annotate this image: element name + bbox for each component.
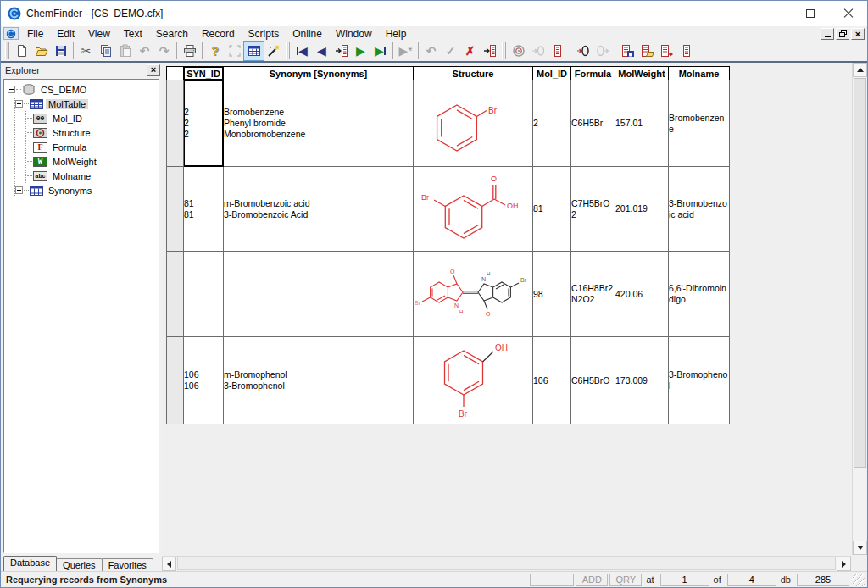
cell-mol-id[interactable]: 98 [533,252,571,337]
tree-item-formula[interactable]: F Formula [26,140,159,154]
scroll-right-button[interactable] [837,557,851,571]
horizontal-scrollbar-thumb[interactable] [177,557,836,570]
print-button[interactable] [180,42,199,60]
cell-structure[interactable]: Br [414,80,533,167]
tree-item-molweight[interactable]: W MolWeight [26,154,159,169]
link-structure-button[interactable] [528,42,548,60]
menu-scripts[interactable]: Scripts [242,26,287,41]
cell-molname[interactable]: Bromobenzene [669,80,730,167]
cell-formula[interactable]: C16H8Br2N2O2 [571,252,615,337]
cell-molname[interactable]: 6,6'-Dibromoindigo [669,252,730,337]
cell-structure[interactable]: O N H N H O Br Br [414,252,533,337]
toolbar-grip[interactable] [5,42,9,59]
cell-molweight[interactable]: 173.009 [615,337,669,424]
cell-structure[interactable]: OH Br [414,337,533,424]
cell-molname[interactable]: 3-Bromobenzoic acid [669,167,730,252]
record-selector[interactable] [167,252,184,337]
toolbar-grip[interactable] [286,42,290,59]
vertical-scrollbar-thumb[interactable] [854,78,866,468]
tree-item-molname[interactable]: abc Molname [26,169,159,183]
undo-button[interactable]: ↶ [135,42,154,60]
form-button[interactable] [548,42,567,60]
collapse-icon[interactable] [8,86,15,93]
table-view-button[interactable] [244,42,264,60]
cell-syn-id[interactable]: 81 81 [184,167,224,252]
col-header-syn-id[interactable]: SYN_ID [184,67,224,80]
cell-syn-id[interactable]: 106 106 [184,337,224,424]
cell-formula[interactable]: C6H5BrO [571,337,615,424]
retrieve-structure-button[interactable] [573,42,593,60]
save-form-button[interactable] [618,42,637,60]
tree-label-molname[interactable]: Molname [50,171,93,181]
cell-syn-id[interactable]: 2 2 2 [184,80,224,167]
cell-mol-id[interactable]: 106 [533,337,571,424]
open-form-button[interactable] [637,42,657,60]
tab-queries[interactable]: Queries [56,558,103,571]
minimize-button[interactable] [753,1,791,26]
cell-mol-id[interactable]: 81 [533,167,571,252]
cell-synonyms[interactable] [224,252,414,337]
view-form-button[interactable] [676,42,696,60]
tree-label-mol-id[interactable]: Mol_ID [50,114,85,124]
col-header-molweight[interactable]: MolWeight [615,67,669,80]
col-header-mol-id[interactable]: Mol_ID [533,67,571,80]
tab-database[interactable]: Database [3,556,57,571]
cell-synonyms[interactable]: m-Bromobenzoic acid 3-Bromobenzoic Acid [224,167,414,252]
expand-icon[interactable] [15,186,23,194]
cell-synonyms[interactable]: m-Bromophenol 3-Bromophenol [224,337,414,424]
cell-molname[interactable]: 3-Bromophenol [669,337,730,424]
record-selector[interactable] [167,167,184,252]
redo-button[interactable]: ↷ [154,42,174,60]
commit-record-button[interactable]: ✓ [441,42,460,60]
new-record-button[interactable]: ▶* [396,42,415,60]
last-record-button[interactable]: ▶ [370,42,390,60]
tree-item-cs-demo[interactable]: CS_DEMO [8,82,159,97]
revert-record-button[interactable]: ↶ [421,42,441,60]
menu-text[interactable]: Text [117,26,149,41]
tree-label-moltable[interactable]: MolTable [46,99,88,109]
cell-molweight[interactable]: 157.01 [615,80,669,167]
record-selector[interactable] [167,337,184,424]
send-structure-button[interactable] [593,42,612,60]
export-form-button[interactable] [657,42,676,60]
horizontal-scrollbar[interactable] [162,556,851,570]
cell-synonyms[interactable]: Bromobenzene Phenyl bromide Monobromoben… [224,80,414,167]
col-header-structure[interactable]: Structure [414,67,533,80]
col-header-formula[interactable]: Formula [571,67,615,80]
menu-edit[interactable]: Edit [50,26,81,41]
explorer-close-button[interactable]: × [147,64,160,76]
cell-formula[interactable]: C7H5BrO2 [571,167,615,252]
form-wizard-button[interactable] [264,42,283,60]
cell-molweight[interactable]: 420.06 [615,252,669,337]
scroll-up-button[interactable] [853,63,867,77]
menu-online[interactable]: Online [286,26,329,41]
tree-label-synonyms[interactable]: Synonyms [46,186,94,196]
new-document-button[interactable] [12,42,31,60]
record-selector[interactable] [167,80,184,167]
open-button[interactable] [31,42,51,60]
tree-item-moltable[interactable]: MolTable [15,97,159,111]
tree-label-structure[interactable]: Structure [50,128,93,138]
mdi-minimize-button[interactable] [821,28,834,40]
cut-button[interactable]: ✂ [76,42,96,60]
cell-structure[interactable]: O OH Br [414,167,533,252]
tree-item-mol-id[interactable]: 00 Mol_ID [26,111,159,125]
menu-search[interactable]: Search [149,26,195,41]
copy-button[interactable] [96,42,115,60]
goto-record-button[interactable] [331,42,351,60]
vertical-scrollbar[interactable] [852,63,866,555]
tree-label-molweight[interactable]: MolWeight [50,157,99,167]
scroll-left-button[interactable] [162,557,176,571]
scroll-down-button[interactable] [853,541,867,555]
document-icon[interactable] [3,27,19,40]
help-button[interactable]: ? [205,42,225,60]
toolbar-grip[interactable] [502,42,506,59]
menu-view[interactable]: View [81,26,117,41]
maximize-button[interactable] [791,1,829,26]
menu-help[interactable]: Help [379,26,414,41]
previous-record-button[interactable]: ◀ [312,42,331,60]
tree-label-cs-demo[interactable]: CS_DEMO [38,85,89,95]
cell-mol-id[interactable]: 2 [533,80,571,167]
add-form-button[interactable] [480,42,499,60]
find-target-button[interactable] [509,42,528,60]
